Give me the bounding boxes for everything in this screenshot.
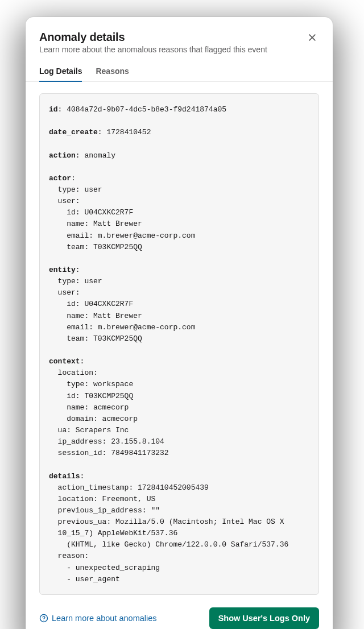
- log-actor-user: user:: [49, 197, 80, 205]
- show-users-logs-button[interactable]: Show User's Logs Only: [209, 607, 319, 629]
- log-key-entity: entity: [49, 266, 76, 274]
- log-key-details: details: [49, 472, 80, 481]
- log-entity-user: user:: [49, 288, 80, 297]
- log-ctx-location: location:: [49, 369, 98, 377]
- log-entity-email: email: m.brewer@acme-corp.com: [49, 323, 195, 332]
- log-value-action: anomaly: [84, 151, 115, 160]
- log-ctx-loc-type: type: workspace: [49, 380, 133, 388]
- close-icon: [307, 32, 317, 43]
- anomaly-details-modal: Anomaly details Learn more about the ano…: [26, 17, 333, 629]
- learn-more-label: Learn more about anomalies: [52, 614, 157, 623]
- log-ctx-loc-id: id: T03KCMP25QQ: [49, 392, 133, 400]
- log-actor-team: team: T03KCMP25QQ: [49, 243, 142, 251]
- modal-footer: Learn more about anomalies Show User's L…: [26, 595, 333, 629]
- log-key-id: id: [49, 105, 58, 114]
- log-det-reason-2: - user_agent: [49, 575, 120, 584]
- modal-header: Anomaly details Learn more about the ano…: [26, 31, 333, 62]
- log-content: id: 4084a72d-9b07-4dc5-b8e3-f9d241874a05…: [39, 93, 319, 595]
- modal-title: Anomaly details: [39, 31, 319, 44]
- log-ctx-loc-name: name: acmecorp: [49, 403, 129, 412]
- help-icon: [39, 614, 48, 623]
- log-actor-email: email: m.brewer@acme-corp.com: [49, 231, 195, 240]
- log-entity-team: team: T03KCMP25QQ: [49, 334, 142, 343]
- log-det-prev-ua-2: 10_15_7) AppleWebKit/537.36: [49, 529, 177, 537]
- log-actor-type: type: user: [49, 185, 102, 194]
- log-det-loc: location: Freemont, US: [49, 495, 155, 503]
- svg-point-1: [43, 620, 44, 620]
- learn-more-link[interactable]: Learn more about anomalies: [39, 614, 157, 623]
- log-value-date-create: 1728410452: [106, 128, 151, 136]
- log-entity-id: id: U04CXKC2R7F: [49, 300, 133, 308]
- log-value-id: 4084a72d-9b07-4dc5-b8e3-f9d241874a05: [67, 105, 226, 114]
- tab-bar: Log Details Reasons: [26, 62, 333, 82]
- log-key-context: context: [49, 357, 80, 366]
- log-details-panel: id: 4084a72d-9b07-4dc5-b8e3-f9d241874a05…: [26, 82, 333, 595]
- tab-reasons[interactable]: Reasons: [96, 62, 129, 81]
- log-ctx-loc-domain: domain: acmecorp: [49, 415, 138, 423]
- log-key-date-create: date_create: [49, 128, 98, 136]
- log-det-ts: action_timestamp: 1728410452005439: [49, 483, 209, 492]
- close-button[interactable]: [303, 28, 321, 47]
- log-ctx-ua: ua: Scrapers Inc: [49, 426, 129, 434]
- modal-subtitle: Learn more about the anomalous reasons t…: [39, 45, 319, 54]
- log-key-action: action: [49, 151, 76, 160]
- svg-point-0: [40, 614, 48, 622]
- tab-log-details[interactable]: Log Details: [39, 62, 82, 81]
- log-det-prev-ua-3: (KHTML, like Gecko) Chrome/122.0.0.0 Saf…: [49, 540, 288, 549]
- log-actor-id: id: U04CXKC2R7F: [49, 208, 133, 217]
- log-ctx-session: session_id: 7849841173232: [49, 449, 169, 457]
- log-entity-name: name: Matt Brewer: [49, 312, 142, 320]
- log-entity-type: type: user: [49, 277, 102, 285]
- log-det-reason: reason:: [49, 552, 89, 560]
- log-actor-name: name: Matt Brewer: [49, 220, 142, 228]
- log-det-reason-1: - unexpected_scraping: [49, 564, 160, 572]
- log-det-prev-ua-1: previous_ua: Mozilla/5.0 (Macintosh; Int…: [49, 518, 284, 526]
- log-key-actor: actor: [49, 174, 71, 183]
- log-ctx-ip: ip_address: 23.155.8.104: [49, 437, 164, 446]
- log-det-prev-ip: previous_ip_address: "": [49, 506, 160, 515]
